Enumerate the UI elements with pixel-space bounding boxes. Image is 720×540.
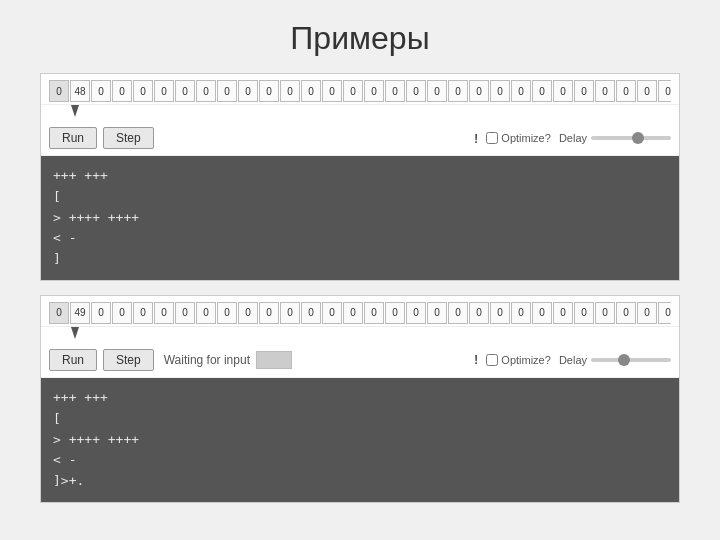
tape-cell: 0 xyxy=(364,302,384,324)
tape-cell: 0 xyxy=(637,80,657,102)
tape-cell: 0 xyxy=(217,80,237,102)
waiting-label-2: Waiting for input xyxy=(164,353,250,367)
tape-cell: 0 xyxy=(154,80,174,102)
tape-cell: 0 xyxy=(427,80,447,102)
tape-cell: 0 xyxy=(259,302,279,324)
tape-cell: 0 xyxy=(343,80,363,102)
tape-cells-1: 0480000000000000000000000000000 xyxy=(49,80,671,102)
tape-cell: 49 xyxy=(70,302,90,324)
step-button-2[interactable]: Step xyxy=(103,349,154,371)
tape-cell: 0 xyxy=(469,80,489,102)
code-area-2: +++ +++ [ > ++++ ++++ < - ]>+. xyxy=(41,378,679,502)
delay-slider-1[interactable] xyxy=(591,136,671,140)
tape-cell: 0 xyxy=(196,302,216,324)
tape-pointer-2 xyxy=(71,327,79,339)
tape-cell: 0 xyxy=(385,302,405,324)
tape-cell: 0 xyxy=(301,80,321,102)
controls-right-2: ! Optimize? Delay xyxy=(474,352,671,367)
optimize-group-1: Optimize? xyxy=(486,132,551,144)
controls-row-2: Run Step Waiting for input ! Optimize? D… xyxy=(41,343,679,378)
controls-row-1: Run Step ! Optimize? Delay xyxy=(41,121,679,156)
tape-cell: 0 xyxy=(133,302,153,324)
exclamation-2: ! xyxy=(474,352,478,367)
tape-cell: 0 xyxy=(511,80,531,102)
tape-cell: 0 xyxy=(301,302,321,324)
tape-cell: 0 xyxy=(616,80,636,102)
page-title: Примеры xyxy=(290,20,429,57)
tape-cell: 0 xyxy=(574,302,594,324)
optimize-label-2: Optimize? xyxy=(501,354,551,366)
tape-cell: 0 xyxy=(406,80,426,102)
tape-cell: 0 xyxy=(532,80,552,102)
tape-cell: 0 xyxy=(385,80,405,102)
tape-cell: 0 xyxy=(322,302,342,324)
tape-cell: 0 xyxy=(364,80,384,102)
tape-cell: 0 xyxy=(553,80,573,102)
tape-cell: 0 xyxy=(343,302,363,324)
optimize-group-2: Optimize? xyxy=(486,354,551,366)
interpreter-block-2: 0490000000000000000000000000000 Run Step… xyxy=(40,295,680,503)
step-button-1[interactable]: Step xyxy=(103,127,154,149)
tape-cell: 0 xyxy=(49,302,69,324)
tape-cell: 0 xyxy=(637,302,657,324)
tape-cell: 0 xyxy=(133,80,153,102)
tape-cell: 0 xyxy=(49,80,69,102)
tape-cell: 0 xyxy=(238,302,258,324)
tape-cell: 0 xyxy=(322,80,342,102)
optimize-checkbox-2[interactable] xyxy=(486,354,498,366)
tape-cell: 0 xyxy=(217,302,237,324)
run-button-2[interactable]: Run xyxy=(49,349,97,371)
tape-cell: 0 xyxy=(406,302,426,324)
tape-cell: 0 xyxy=(490,80,510,102)
optimize-label-1: Optimize? xyxy=(501,132,551,144)
tape-cells-2: 0490000000000000000000000000000 xyxy=(49,302,671,324)
tape-cell: 0 xyxy=(154,302,174,324)
tape-cell: 0 xyxy=(595,80,615,102)
tape-cell: 0 xyxy=(259,80,279,102)
delay-label-2: Delay xyxy=(559,354,587,366)
tape-cell: 0 xyxy=(112,80,132,102)
tape-pointer-row-1 xyxy=(41,105,679,121)
exclamation-1: ! xyxy=(474,131,478,146)
tape-cell: 0 xyxy=(448,302,468,324)
tape-cell: 0 xyxy=(553,302,573,324)
tape-cell: 0 xyxy=(280,80,300,102)
tape-cell: 0 xyxy=(532,302,552,324)
tape-cell: 0 xyxy=(448,80,468,102)
delay-label-1: Delay xyxy=(559,132,587,144)
delay-slider-2[interactable] xyxy=(591,358,671,362)
tape-cell: 48 xyxy=(70,80,90,102)
optimize-checkbox-1[interactable] xyxy=(486,132,498,144)
tape-row-2: 0490000000000000000000000000000 xyxy=(41,296,679,327)
tape-cell: 0 xyxy=(595,302,615,324)
code-area-1: +++ +++ [ > ++++ ++++ < - ] xyxy=(41,156,679,280)
tape-cell: 0 xyxy=(616,302,636,324)
tape-pointer-row-2 xyxy=(41,327,679,343)
tape-cell: 0 xyxy=(658,302,671,324)
tape-cell: 0 xyxy=(112,302,132,324)
tape-cell: 0 xyxy=(91,302,111,324)
controls-right-1: ! Optimize? Delay xyxy=(474,131,671,146)
tape-cell: 0 xyxy=(469,302,489,324)
tape-cell: 0 xyxy=(91,80,111,102)
tape-cell: 0 xyxy=(196,80,216,102)
tape-row-1: 0480000000000000000000000000000 xyxy=(41,74,679,105)
interpreter-block-1: 0480000000000000000000000000000 Run Step… xyxy=(40,73,680,281)
delay-group-1: Delay xyxy=(559,132,671,144)
tape-pointer-1 xyxy=(71,105,79,117)
tape-cell: 0 xyxy=(658,80,671,102)
tape-cell: 0 xyxy=(280,302,300,324)
delay-group-2: Delay xyxy=(559,354,671,366)
tape-cell: 0 xyxy=(175,302,195,324)
run-button-1[interactable]: Run xyxy=(49,127,97,149)
waiting-input-2[interactable] xyxy=(256,351,292,369)
tape-cell: 0 xyxy=(574,80,594,102)
tape-cell: 0 xyxy=(238,80,258,102)
tape-cell: 0 xyxy=(427,302,447,324)
tape-cell: 0 xyxy=(511,302,531,324)
tape-cell: 0 xyxy=(490,302,510,324)
tape-cell: 0 xyxy=(175,80,195,102)
